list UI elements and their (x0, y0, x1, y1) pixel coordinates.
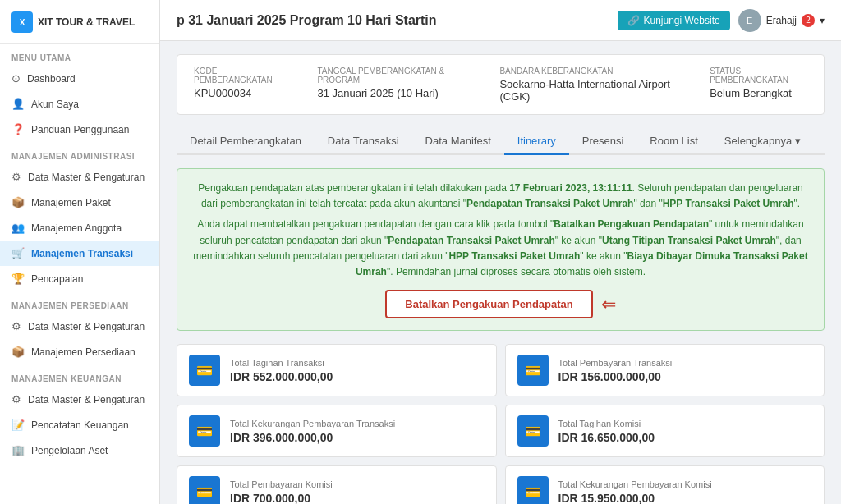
stat-value: IDR 16.650.000,00 (558, 431, 655, 444)
cancel-revenue-button[interactable]: Batalkan Pengakuan Pendapatan (385, 290, 592, 318)
arrow-left-icon: ⇐ (601, 290, 616, 318)
alert-bold8: Biaya Dibayar Dimuka Transaksi Paket Umr… (356, 250, 808, 277)
stat-value: IDR 396.000.000,00 (230, 431, 395, 444)
alert-bold4: Batalkan Pengakuan Pendapatan (554, 218, 709, 230)
bandara-value: Soekarno-Hatta International Airport (CG… (499, 78, 677, 103)
external-link-icon: 🔗 (627, 15, 640, 26)
tab-detail-pemberangkatan[interactable]: Detail Pemberangkatan (177, 128, 315, 155)
sidebar-item-label: Manajemen Paket (31, 197, 111, 208)
bandara-label: BANDARA KEBERANGKATAN (499, 66, 677, 76)
stat-info: Total Tagihan Komisi IDR 16.650.000,00 (558, 419, 655, 444)
page-content: KODE PEMBERANGKATAN KPU000034 TANGGAL PE… (160, 41, 841, 504)
sidebar-item-datamaster-admin[interactable]: ⚙ Data Master & Pengaturan (0, 164, 159, 190)
status-label: STATUS PEMBERANGKATAN (710, 66, 807, 85)
stat-label: Total Tagihan Komisi (558, 419, 655, 428)
sidebar-item-datamaster-keuangan[interactable]: ⚙ Data Master & Pengaturan (0, 387, 159, 412)
tanggal-field: TANGGAL PEMBERANGKATAN & PROGRAM 31 Janu… (317, 66, 466, 103)
tab-data-transaksi[interactable]: Data Transaksi (315, 128, 412, 155)
page-header: p 31 Januari 2025 Program 10 Hari Starti… (160, 0, 841, 41)
alert-text: Pengakuan pendapatan atas pemberangkatan… (192, 181, 809, 212)
sidebar-item-pengelolaan-aset[interactable]: 🏢 Pengelolaan Aset (0, 438, 159, 463)
stat-total-tagihan-transaksi: 💳 Total Tagihan Transaksi IDR 552.000.00… (177, 344, 497, 396)
tab-presensi[interactable]: Presensi (569, 128, 637, 155)
stat-info: Total Pembayaran Transaksi IDR 156.000.0… (558, 358, 673, 383)
visit-website-button[interactable]: 🔗 Kunjungi Website (618, 11, 729, 30)
user-badge[interactable]: E Erahajj 2 ▾ (738, 9, 825, 32)
stat-label: Total Kekurangan Pembayaran Komisi (558, 479, 712, 489)
header-actions: 🔗 Kunjungi Website E Erahajj 2 ▾ (618, 9, 825, 32)
sidebar-item-label: Akun Saya (31, 99, 79, 110)
chevron-down-icon: ▾ (820, 15, 825, 26)
sidebar-item-label: Manajemen Transaksi (31, 248, 133, 259)
gear-icon-3: ⚙ (11, 393, 21, 405)
section-persediaan-label: MANAJEMEN PERSEDIAAN (0, 291, 159, 314)
sidebar-item-manajemen-paket[interactable]: 📦 Manajemen Paket (0, 190, 159, 215)
stat-label: Total Pembayaran Transaksi (558, 358, 673, 368)
sidebar-item-datamaster-persediaan[interactable]: ⚙ Data Master & Pengaturan (0, 314, 159, 339)
logo-text: XIT TOUR & TRAVEL (38, 16, 135, 28)
stat-icon-tagihan-komisi: 💳 (517, 415, 549, 447)
dashboard-icon: ⊙ (11, 72, 21, 85)
sidebar-item-label: Data Master & Pengaturan (28, 394, 145, 405)
stat-info: Total Tagihan Transaksi IDR 552.000.000,… (230, 358, 333, 383)
kode-field: KODE PEMBERANGKATAN KPU000034 (194, 66, 284, 103)
main-area: p 31 Januari 2025 Program 10 Hari Starti… (160, 0, 841, 504)
tab-more[interactable]: Selengkapnya ▾ (711, 128, 814, 155)
kode-label: KODE PEMBERANGKATAN (194, 66, 284, 85)
sidebar-item-dashboard[interactable]: ⊙ Dashboard (0, 66, 159, 91)
cart-icon: 🛒 (11, 247, 25, 259)
stat-pembayaran-komisi: 💳 Total Pembayaran Komisi IDR 700.000,00 (177, 465, 497, 504)
stat-label: Total Kekurangan Pembayaran Transaksi (230, 419, 395, 428)
sidebar-item-panduan[interactable]: ❓ Panduan Penggunaan (0, 117, 159, 142)
stat-label: Total Tagihan Transaksi (230, 358, 333, 368)
tab-itinerary[interactable]: Itinerary (504, 128, 569, 155)
stat-value: IDR 15.950.000,00 (558, 492, 712, 504)
sidebar-item-label: Pengelolaan Aset (31, 445, 108, 456)
stat-icon-kekurangan-komisi: 💳 (517, 476, 549, 504)
page-title: p 31 Januari 2025 Program 10 Hari Starti… (177, 13, 437, 28)
stat-info: Total Kekurangan Pembayaran Komisi IDR 1… (558, 479, 712, 504)
alert-bold6: Utang Titipan Transaksi Paket Umrah (602, 235, 776, 246)
stat-icon-pembayaran-komisi: 💳 (189, 476, 220, 504)
sidebar-item-label: Manajemen Anggota (31, 222, 122, 234)
tab-data-manifest[interactable]: Data Manifest (412, 128, 504, 155)
sidebar-item-pencapaian[interactable]: 🏆 Pencapaian (0, 266, 159, 291)
trophy-icon: 🏆 (11, 273, 25, 285)
stat-info: Total Kekurangan Pembayaran Transaksi ID… (230, 419, 395, 444)
section-utama-label: MENU UTAMA (0, 44, 159, 66)
stat-info: Total Pembayaran Komisi IDR 700.000,00 (230, 479, 333, 504)
sidebar-item-manajemen-transaksi[interactable]: 🛒 Manajemen Transaksi (0, 241, 159, 266)
tabs-bar: Detail Pemberangkatan Data Transaksi Dat… (177, 128, 825, 155)
status-value: Belum Berangkat (710, 87, 807, 99)
tanggal-label: TANGGAL PEMBERANGKATAN & PROGRAM (317, 66, 466, 85)
tanggal-value: 31 Januari 2025 (10 Hari) (317, 87, 466, 99)
stat-icon-tagihan: 💳 (189, 355, 220, 386)
sidebar-item-manajemen-anggota[interactable]: 👥 Manajemen Anggota (0, 215, 159, 241)
package-icon: 📦 (11, 196, 25, 208)
sidebar-item-pencatatan-keuangan[interactable]: 📝 Pencatatan Keuangan (0, 412, 159, 438)
gear-icon: ⚙ (11, 171, 21, 183)
sidebar-item-akun[interactable]: 👤 Akun Saya (0, 91, 159, 117)
stat-label: Total Pembayaran Komisi (230, 479, 333, 489)
tab-room-list[interactable]: Room List (636, 128, 711, 155)
alert-bold5: Pendapatan Transaksi Paket Umrah (388, 235, 554, 246)
stats-grid: 💳 Total Tagihan Transaksi IDR 552.000.00… (177, 344, 825, 504)
logo-icon: X (11, 11, 33, 33)
alert-account1: Pendapatan Transaksi Paket Umrah (466, 198, 633, 209)
alert-text2: Anda dapat membatalkan pengakuan pendapa… (192, 217, 809, 280)
user-icon: 👤 (11, 98, 25, 110)
kode-value: KPU000034 (194, 87, 284, 99)
stat-value: IDR 156.000.000,00 (558, 370, 673, 383)
stat-total-pembayaran-transaksi: 💳 Total Pembayaran Transaksi IDR 156.000… (505, 344, 825, 396)
sidebar-item-label: Panduan Penggunaan (31, 124, 129, 135)
sidebar-item-label: Pencatatan Keuangan (31, 419, 129, 431)
alert-bold7: HPP Transaksi Paket Umrah (448, 250, 580, 262)
stat-icon-pembayaran: 💳 (517, 355, 549, 386)
revenue-alert: Pengakuan pendapatan atas pemberangkatan… (177, 168, 825, 331)
section-admin-label: MANAJEMEN ADMINISTRASI (0, 142, 159, 164)
sidebar-logo: X XIT TOUR & TRAVEL (0, 0, 159, 44)
building-icon: 🏢 (11, 444, 25, 456)
sidebar-item-label: Data Master & Pengaturan (28, 321, 145, 332)
sidebar: X XIT TOUR & TRAVEL MENU UTAMA ⊙ Dashboa… (0, 0, 160, 504)
sidebar-item-manajemen-persediaan[interactable]: 📦 Manajemen Persediaan (0, 339, 159, 364)
